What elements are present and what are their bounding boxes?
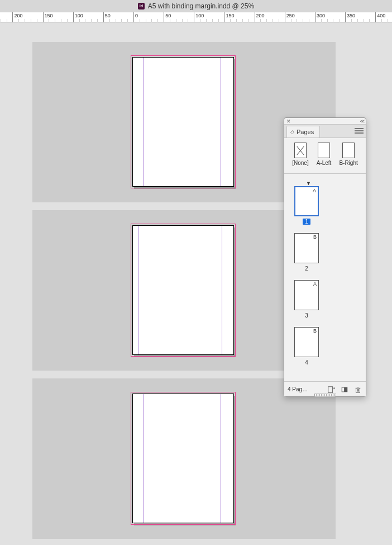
trash-icon[interactable] — [353, 385, 362, 394]
page-master-label: A — [313, 281, 317, 287]
page-2[interactable] — [132, 225, 234, 355]
page-border — [132, 57, 234, 187]
tab-pages[interactable]: ◇ Pages — [286, 126, 320, 138]
page-number-label: 4 — [294, 359, 319, 366]
expand-icon: ◇ — [290, 129, 294, 135]
page-thumbnail[interactable]: A1 — [294, 186, 319, 225]
page-master-label: B — [313, 328, 317, 334]
page-number-label: 2 — [294, 266, 319, 272]
master-a-left[interactable]: A-Left — [317, 143, 332, 166]
page-3[interactable] — [132, 394, 234, 523]
collapse-icon[interactable]: << — [360, 119, 364, 124]
panel-menu-icon[interactable] — [355, 127, 364, 134]
svg-rect-0 — [328, 386, 333, 392]
master-thumb — [294, 143, 307, 158]
margin-guide — [221, 394, 221, 523]
margin-guide — [144, 394, 144, 523]
margin-guide — [221, 57, 221, 187]
new-page-icon[interactable] — [327, 385, 336, 394]
page-1[interactable] — [132, 57, 234, 187]
page-thumb: A — [294, 186, 319, 216]
master-label: B-Right — [339, 160, 357, 166]
app-icon: Id — [138, 3, 145, 10]
bleed-guide — [131, 224, 236, 357]
page-thumb: B — [294, 233, 319, 263]
page-border — [132, 394, 234, 523]
page-border — [132, 225, 234, 355]
new-spread-icon[interactable] — [340, 385, 349, 394]
pages-panel[interactable]: ✕ << ◇ Pages [None] A-Left B-Right ▼ A1B… — [284, 117, 366, 397]
tab-label: Pages — [297, 129, 314, 135]
horizontal-ruler[interactable]: 20015010050050100150200250300350400 — [0, 12, 392, 22]
panel-tab-row: ◇ Pages — [284, 125, 366, 138]
master-none[interactable]: [None] — [292, 143, 308, 166]
spine-marker-icon: ▼ — [306, 181, 311, 186]
master-thumb — [318, 143, 330, 158]
master-label: [None] — [292, 160, 308, 166]
page-thumbnail[interactable]: A3 — [294, 280, 319, 319]
page-thumb: B — [294, 327, 319, 357]
page-master-label: B — [313, 234, 317, 240]
svg-rect-4 — [342, 387, 345, 391]
page-thumbnail[interactable]: B4 — [294, 327, 319, 366]
page-number-label: 3 — [294, 312, 319, 319]
spread-3[interactable] — [32, 378, 336, 539]
document-title: A5 with binding margin.indd @ 25% — [148, 2, 254, 10]
margin-guide — [144, 57, 144, 187]
page-thumbnail[interactable]: B2 — [294, 233, 319, 272]
master-label: A-Left — [317, 160, 332, 166]
page-list[interactable]: ▼ A1B2A3B4 — [284, 181, 366, 382]
page-count-label: 4 Pag… — [288, 386, 308, 392]
bleed-guide — [131, 55, 236, 188]
panel-resize-grip[interactable] — [314, 394, 336, 397]
panel-header-row: ✕ << — [284, 118, 366, 125]
close-icon[interactable]: ✕ — [286, 119, 291, 124]
margin-guide — [138, 225, 138, 355]
page-number-label: 1 — [303, 219, 310, 225]
page-master-label: A — [313, 188, 316, 193]
page-thumb: A — [294, 280, 319, 310]
margin-guide — [222, 225, 222, 355]
master-b-right[interactable]: B-Right — [339, 143, 357, 166]
title-bar: Id A5 with binding margin.indd @ 25% — [0, 0, 392, 12]
master-thumb — [342, 143, 355, 158]
bleed-guide — [131, 392, 236, 525]
master-pages-row: [None] A-Left B-Right — [284, 138, 366, 174]
